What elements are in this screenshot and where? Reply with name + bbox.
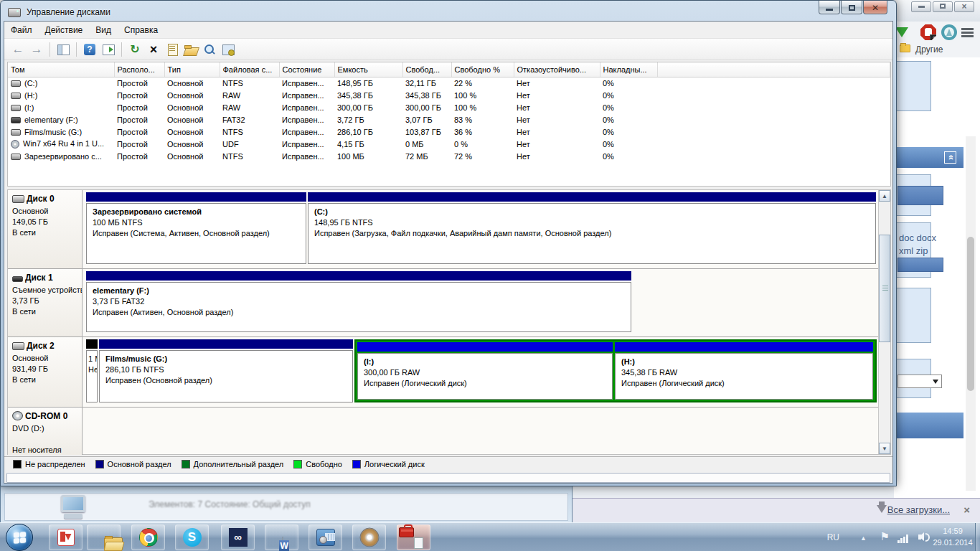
help-icon[interactable]: ? <box>82 42 98 57</box>
downloads-bar-close-button[interactable]: × <box>963 504 970 516</box>
removable-volume-icon <box>11 117 21 123</box>
taskbar-word-button[interactable] <box>265 524 298 550</box>
column-header[interactable]: Отказоустойчиво... <box>514 62 600 77</box>
forward-icon[interactable]: → <box>29 42 44 57</box>
column-header[interactable]: Свобод... <box>402 62 451 77</box>
scroll-down-icon[interactable]: ▼ <box>879 443 890 454</box>
browser-menu-icon[interactable] <box>961 27 977 42</box>
restore-button[interactable] <box>841 1 862 14</box>
close-button[interactable]: ✕ <box>863 1 887 14</box>
partition-i[interactable]: (I:) 300,00 ГБ RAW Исправен (Логический … <box>357 342 613 400</box>
taskbar-download-manager-button[interactable] <box>49 524 83 550</box>
volume-icon <box>11 129 21 136</box>
cell: Основной <box>164 138 220 150</box>
browser-minimize-button[interactable] <box>911 1 931 12</box>
delete-icon[interactable]: × <box>146 42 161 57</box>
volume-row[interactable]: elementary (F:) Простой Основной FAT32 И… <box>8 113 890 126</box>
taskbar-skype-button[interactable]: S <box>175 524 209 550</box>
collapse-section-button[interactable]: » <box>944 151 956 164</box>
column-header[interactable]: Файловая с... <box>220 62 279 77</box>
page-dropdown[interactable] <box>897 375 942 388</box>
download-extension-icon[interactable] <box>895 27 908 37</box>
page-section-header: » <box>894 147 963 168</box>
open-icon[interactable] <box>183 42 199 57</box>
console-tree-icon[interactable] <box>55 42 71 57</box>
disk-row: Диск 0 Основной 149,05 ГБ В сети Зарезер… <box>8 190 878 269</box>
browser-close-button[interactable]: × <box>954 1 974 12</box>
page-button[interactable] <box>897 258 943 272</box>
file-types-text: xml zip <box>899 245 928 256</box>
action-pane-icon[interactable] <box>100 42 116 57</box>
partition-h[interactable]: (H:) 345,38 ГБ RAW Исправен (Логический … <box>615 342 873 400</box>
cell: 148,95 ГБ <box>334 77 402 89</box>
start-button[interactable] <box>6 524 33 551</box>
scrollbar-thumb[interactable] <box>879 235 890 342</box>
column-header[interactable]: Накладны... <box>600 62 657 77</box>
shield-icon <box>946 29 952 36</box>
menu-view[interactable]: Вид <box>89 23 118 37</box>
graphical-view-scrollbar[interactable]: ▲ ▼ <box>878 190 890 454</box>
column-header[interactable]: Том <box>8 62 114 77</box>
volume-row[interactable]: (H:) Простой Основной RAW Исправен... 34… <box>8 89 890 101</box>
cdrom-header[interactable]: CD-ROM 0 DVD (D:) Нет носителя <box>8 408 83 455</box>
network-icon[interactable] <box>897 534 910 543</box>
partition-system-reserved[interactable]: Зарезервировано системой 100 МБ NTFS Исп… <box>86 192 306 264</box>
clock[interactable]: 14:59 29.01.2014 <box>930 525 976 548</box>
disk1-header[interactable]: Диск 1 Съемное устройство 3,73 ГБ В сети <box>8 269 83 336</box>
page-scrollbar-thumb[interactable] <box>967 237 974 391</box>
partition-unallocated[interactable]: 1 МБ Не распределен <box>86 339 98 402</box>
column-header[interactable]: Свободно % <box>451 62 514 77</box>
legend-extended: Дополнительный раздел <box>182 460 284 468</box>
taskbar-disc-burner-button[interactable] <box>352 524 386 550</box>
extension-icon[interactable] <box>941 24 957 40</box>
manage-icon[interactable] <box>220 42 236 57</box>
partition-f[interactable]: elementary (F:) 3,73 ГБ FAT32 Исправен (… <box>86 271 631 332</box>
refresh-icon[interactable]: ↻ <box>127 42 143 57</box>
taskbar-explorer-button[interactable] <box>87 524 121 550</box>
taskbar-computer-management-button[interactable] <box>397 524 430 550</box>
volume-row[interactable]: (I:) Простой Основной RAW Исправен... 30… <box>8 101 890 113</box>
action-center-flag-icon[interactable]: ⚑ <box>880 530 890 543</box>
volume-icon[interactable] <box>918 533 928 542</box>
status-strip <box>6 473 890 483</box>
page-scrollbar[interactable] <box>966 136 976 491</box>
cell: 300,00 ГБ <box>334 101 402 113</box>
volume-row[interactable]: Зарезервировано с... Простой Основной NT… <box>8 150 890 162</box>
cell: Основной <box>164 77 220 89</box>
adblock-icon[interactable]: 2 <box>920 24 936 40</box>
volume-row[interactable]: Films/music (G:) Простой Основной NTFS И… <box>8 126 890 138</box>
menu-help[interactable]: Справка <box>118 23 164 37</box>
cell: NTFS <box>220 126 279 138</box>
disk0-header[interactable]: Диск 0 Основной 149,05 ГБ В сети <box>8 190 83 268</box>
properties-icon[interactable] <box>164 42 180 57</box>
browser-maximize-button[interactable] <box>933 1 953 12</box>
explorer-window[interactable]: Элементов: 7 Состояние: Общий доступ <box>0 482 573 522</box>
hidden-icons-chevron[interactable]: ▲ <box>860 534 867 542</box>
taskbar-system-tool-button[interactable] <box>308 524 342 550</box>
menu-action[interactable]: Действие <box>39 23 90 37</box>
minimize-button[interactable] <box>819 1 840 14</box>
cell: 0% <box>600 101 657 113</box>
find-icon[interactable] <box>202 42 217 57</box>
back-icon[interactable]: ← <box>10 42 26 57</box>
volume-row[interactable]: (C:) Простой Основной NTFS Исправен... 1… <box>8 77 890 89</box>
partition-g[interactable]: Films/music (G:) 286,10 ГБ NTFS Исправен… <box>99 339 353 402</box>
column-header[interactable]: Тип <box>164 62 220 77</box>
volume-row[interactable]: Win7 x64 Ru 4 in 1 U... Простой Основной… <box>8 138 890 150</box>
scroll-up-icon[interactable]: ▲ <box>879 190 890 202</box>
menu-file[interactable]: Файл <box>4 23 39 37</box>
taskbar-visual-studio-button[interactable]: ∞ <box>221 524 255 550</box>
column-header[interactable]: Состояние <box>279 62 334 77</box>
partition-c[interactable]: (C:) 148,95 ГБ NTFS Исправен (Загрузка, … <box>308 192 876 264</box>
column-header[interactable]: Емкость <box>334 62 402 77</box>
language-indicator[interactable]: RU <box>827 532 839 542</box>
disk2-header[interactable]: Диск 2 Основной 931,49 ГБ В сети <box>8 337 83 407</box>
taskbar-chrome-button[interactable] <box>131 524 165 550</box>
column-header[interactable]: Располо... <box>114 62 164 77</box>
page-button[interactable] <box>897 186 943 205</box>
all-downloads-link[interactable]: Все загрузки... <box>887 504 950 515</box>
cell: 72 МБ <box>402 150 451 162</box>
cell: 0% <box>600 77 657 89</box>
show-desktop-button[interactable] <box>975 523 980 551</box>
disk-icon <box>12 195 24 203</box>
